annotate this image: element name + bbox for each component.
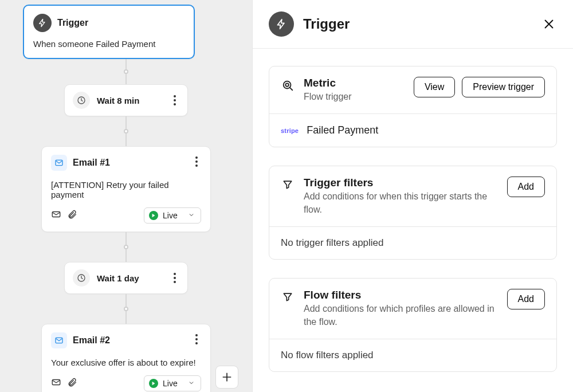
chevron-down-icon <box>188 211 195 220</box>
trigger-filters-heading: Trigger filters <box>304 177 498 189</box>
metric-event-name: Failed Payment <box>307 124 378 136</box>
play-icon <box>149 211 158 220</box>
more-menu-button[interactable] <box>168 271 182 285</box>
chevron-down-icon <box>188 379 195 388</box>
wait-node[interactable]: Wait 8 min <box>64 84 188 116</box>
svg-point-7 <box>285 83 289 87</box>
flow-filters-section: Flow filters Add conditions for which pr… <box>269 278 557 372</box>
close-button[interactable] <box>541 16 557 32</box>
status-dropdown[interactable]: Live <box>144 207 201 224</box>
wait-node[interactable]: Wait 1 day <box>64 262 188 294</box>
email-node-title: Email #2 <box>73 335 110 346</box>
email-icon <box>51 332 67 348</box>
metric-heading: Metric <box>304 77 405 89</box>
add-trigger-filter-button[interactable]: Add <box>507 177 545 197</box>
envelope-icon <box>51 209 61 222</box>
clock-icon <box>73 269 90 287</box>
wait-label: Wait 1 day <box>97 273 139 283</box>
flow-filters-empty: No flow filters applied <box>269 339 556 371</box>
lightning-icon <box>269 11 294 37</box>
add-step-button[interactable] <box>215 366 238 389</box>
attachment-icon <box>67 377 77 390</box>
trigger-node-title: Trigger <box>57 18 88 28</box>
trigger-filters-empty: No trigger filters applied <box>269 226 556 259</box>
more-menu-button[interactable] <box>190 155 203 168</box>
attachment-icon <box>67 209 77 222</box>
panel-title: Trigger <box>303 16 350 32</box>
panel-header: Trigger <box>253 0 573 49</box>
flow-canvas[interactable]: Trigger When someone Failed Payment Wait… <box>0 0 252 392</box>
trigger-filters-section: Trigger filters Add conditions for when … <box>269 166 557 260</box>
wait-label: Wait 8 min <box>97 96 139 105</box>
email-subject: [ATTENTION] Retry your failed payment <box>51 180 201 199</box>
filter-icon <box>281 289 295 303</box>
stripe-badge: stripe <box>281 127 299 134</box>
email-node[interactable]: Email #2 Your exclusive offer is about t… <box>41 324 211 392</box>
email-node[interactable]: Email #1 [ATTENTION] Retry your failed p… <box>41 146 211 232</box>
status-label: Live <box>163 211 178 220</box>
more-menu-button[interactable] <box>190 332 203 346</box>
envelope-icon <box>51 377 61 390</box>
flow-filters-sub: Add conditions for which profiles are al… <box>304 303 498 328</box>
metric-event-row: stripe Failed Payment <box>269 113 556 147</box>
email-node-title: Email #1 <box>73 158 110 168</box>
trigger-filters-sub: Add conditions for when this trigger sta… <box>304 190 498 216</box>
status-label: Live <box>163 379 178 388</box>
play-icon <box>149 379 158 388</box>
target-icon <box>281 77 295 92</box>
metric-sub: Flow trigger <box>304 91 405 103</box>
lightning-icon <box>33 14 52 32</box>
view-button[interactable]: View <box>414 77 455 97</box>
metric-section: Metric Flow trigger View Preview trigger… <box>269 66 557 147</box>
email-icon <box>51 155 67 171</box>
trigger-node-description: When someone Failed Payment <box>33 39 185 49</box>
status-dropdown[interactable]: Live <box>144 375 201 391</box>
clock-icon <box>73 92 90 109</box>
trigger-node[interactable]: Trigger When someone Failed Payment <box>23 5 195 59</box>
filter-icon <box>281 177 295 190</box>
email-subject: Your exclusive offer is about to expire! <box>51 358 201 367</box>
preview-trigger-button[interactable]: Preview trigger <box>462 77 545 97</box>
inspector-panel: Trigger Metric Flow trigger View Preview… <box>252 0 573 392</box>
add-flow-filter-button[interactable]: Add <box>507 289 545 309</box>
more-menu-button[interactable] <box>168 93 182 107</box>
flow-filters-heading: Flow filters <box>304 289 498 301</box>
